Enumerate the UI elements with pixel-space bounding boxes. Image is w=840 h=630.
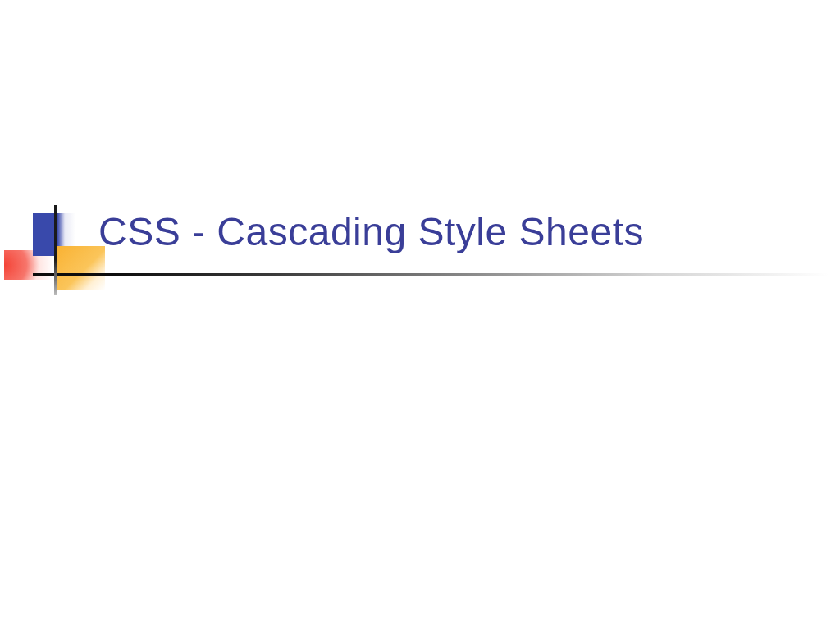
slide-title: CSS - Cascading Style Sheets — [98, 209, 644, 254]
deco-horizontal-line — [33, 273, 829, 276]
slide: CSS - Cascading Style Sheets — [0, 0, 840, 630]
deco-vertical-line — [54, 205, 57, 295]
